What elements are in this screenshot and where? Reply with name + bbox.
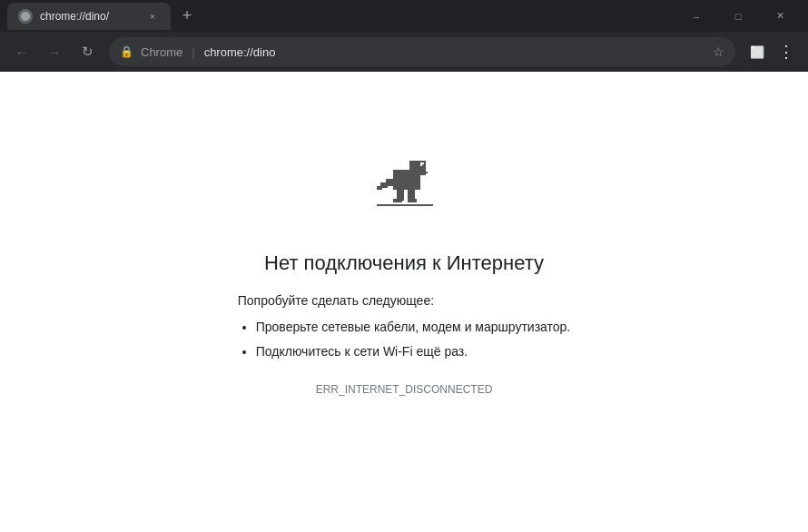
svg-rect-4: [422, 164, 424, 166]
error-body: Попробуйте сделать следующее: Проверьте …: [238, 290, 571, 366]
tab-close-button[interactable]: ×: [145, 9, 160, 24]
minimize-button[interactable]: –: [675, 2, 717, 31]
svg-rect-16: [377, 204, 433, 206]
reload-button[interactable]: ↻: [73, 37, 102, 66]
error-suggestions-list: Проверьте сетевые кабели, модем и маршру…: [238, 316, 571, 363]
error-code: ERR_INTERNET_DISCONNECTED: [316, 383, 493, 396]
nav-right-buttons: ⬜ ⋮: [743, 37, 801, 66]
svg-rect-12: [397, 188, 404, 201]
svg-rect-8: [399, 182, 404, 186]
suggestion-1: Проверьте сетевые кабели, модем и маршру…: [256, 316, 571, 339]
address-separator: |: [192, 45, 194, 59]
dino-illustration: [368, 153, 440, 230]
page-content: Нет подключения к Интернету Попробуйте с…: [0, 72, 808, 532]
bookmark-star-icon[interactable]: ☆: [713, 44, 724, 59]
tab-strip: chrome://dino/ × +: [7, 3, 200, 30]
menu-button[interactable]: ⋮: [772, 37, 801, 66]
site-name: Chrome: [141, 45, 182, 59]
svg-rect-11: [377, 186, 382, 190]
dino-svg: [368, 153, 440, 226]
close-button[interactable]: ✕: [759, 2, 801, 31]
security-icon: 🔒: [120, 45, 133, 58]
suggestion-2: Подключитесь к сети Wi-Fi ещё раз.: [256, 340, 571, 363]
back-button[interactable]: ←: [7, 37, 36, 66]
navbar: ← → ↻ 🔒 Chrome | chrome://dino ☆ ⬜ ⋮: [0, 32, 808, 72]
svg-rect-15: [408, 199, 417, 202]
titlebar: chrome://dino/ × + – □ ✕: [0, 0, 808, 32]
svg-point-0: [21, 12, 30, 21]
svg-rect-13: [408, 188, 415, 201]
error-title: Нет подключения к Интернету: [264, 251, 544, 275]
svg-rect-14: [393, 199, 402, 202]
tab-title: chrome://dino/: [40, 10, 138, 23]
address-url: chrome://dino: [204, 45, 276, 59]
cast-button[interactable]: ⬜: [743, 37, 772, 66]
active-tab[interactable]: chrome://dino/ ×: [7, 3, 171, 30]
window-controls: – □ ✕: [675, 2, 801, 31]
forward-button[interactable]: →: [40, 37, 69, 66]
error-subtitle: Попробуйте сделать следующее:: [238, 290, 571, 312]
svg-rect-6: [409, 173, 419, 179]
svg-rect-5: [424, 172, 428, 173]
maximize-button[interactable]: □: [717, 2, 759, 31]
tab-favicon: [18, 9, 33, 24]
new-tab-button[interactable]: +: [174, 4, 200, 29]
address-bar[interactable]: 🔒 Chrome | chrome://dino ☆: [109, 37, 735, 66]
